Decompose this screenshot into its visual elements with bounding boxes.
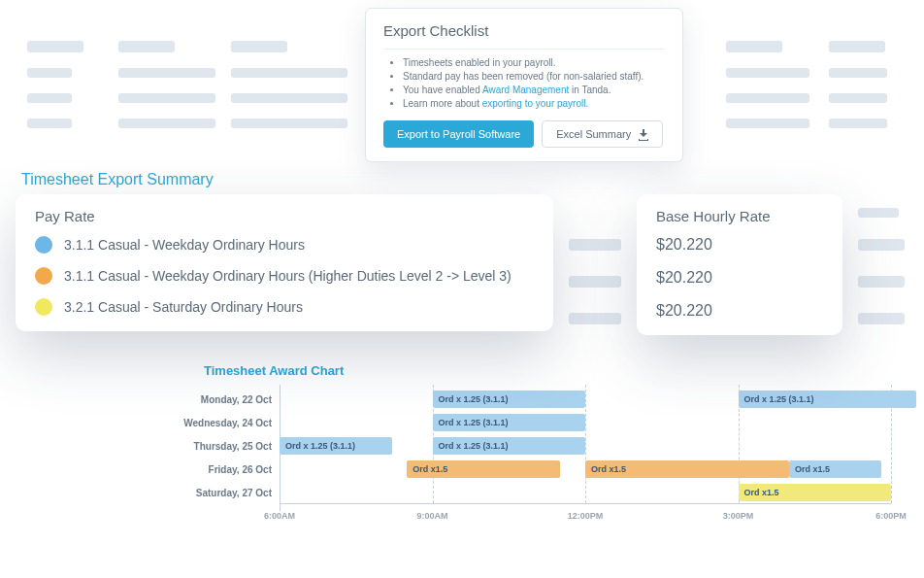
export-help-link[interactable]: exporting to your payroll. xyxy=(482,98,589,109)
skeleton xyxy=(231,68,347,78)
skeleton xyxy=(726,68,809,78)
x-tick-label: 6:00AM xyxy=(264,511,295,521)
award-management-link[interactable]: Award Management xyxy=(482,85,569,95)
x-tick-label: 9:00AM xyxy=(416,511,447,521)
pay-rate-row: 3.1.1 Casual - Weekday Ordinary Hours xyxy=(35,236,534,254)
skeleton xyxy=(858,313,905,324)
skeleton xyxy=(118,93,215,103)
skeleton xyxy=(829,119,887,128)
gantt-bar[interactable]: Ord x 1.25 (3.1.1) xyxy=(433,414,586,431)
skeleton xyxy=(726,41,782,52)
gantt-plot-area: 6:00AM9:00AM12:00PM3:00PM6:00PMOrd x 1.2… xyxy=(280,385,891,521)
gantt-row-label: Wednesday, 24 Oct xyxy=(126,418,272,428)
download-icon xyxy=(639,129,648,139)
skeleton xyxy=(27,93,72,103)
gridline xyxy=(585,385,586,503)
skeleton xyxy=(726,93,809,103)
gantt-bar[interactable]: Ord x 1.25 (3.1.1) xyxy=(433,437,586,455)
x-tick-label: 6:00PM xyxy=(875,511,907,521)
skeleton xyxy=(829,41,885,52)
color-dot-yellow xyxy=(35,298,52,316)
pay-rate-label: 3.1.1 Casual - Weekday Ordinary Hours xyxy=(64,237,305,253)
skeleton xyxy=(569,313,621,324)
skeleton xyxy=(569,239,621,251)
skeleton xyxy=(27,41,83,52)
skeleton xyxy=(858,276,905,288)
checklist-item: Timesheets enabled in your payroll. xyxy=(403,57,665,68)
gantt-bar[interactable]: Ord x 1.25 (3.1.1) xyxy=(739,391,917,408)
skeleton xyxy=(118,68,215,78)
base-rate-value: $20.220 xyxy=(656,269,823,287)
gantt-row-label: Saturday, 27 Oct xyxy=(126,488,272,498)
gantt-bar[interactable]: Ord x 1.25 (3.1.1) xyxy=(433,391,586,408)
gantt-bar[interactable]: Ord x1.5 xyxy=(789,460,881,478)
gantt-bar[interactable]: Ord x1.5 xyxy=(407,460,560,478)
timesheet-export-summary-title: Timesheet Export Summary xyxy=(21,171,214,188)
x-tick-label: 3:00PM xyxy=(723,511,754,521)
color-dot-blue xyxy=(35,236,52,254)
divider xyxy=(383,49,665,50)
pay-rate-label: 3.1.1 Casual - Weekday Ordinary Hours (H… xyxy=(64,268,512,284)
pay-rate-row: 3.1.1 Casual - Weekday Ordinary Hours (H… xyxy=(35,267,534,285)
base-rate-header: Base Hourly Rate xyxy=(656,208,823,224)
pay-rate-card: Pay Rate 3.1.1 Casual - Weekday Ordinary… xyxy=(16,194,553,331)
timesheet-award-chart: Monday, 22 Oct Wednesday, 24 Oct Thursda… xyxy=(126,385,903,550)
gantt-bar[interactable]: Ord x1.5 xyxy=(739,484,892,501)
skeleton xyxy=(858,239,905,251)
checklist-item: Standard pay has been removed (for non-s… xyxy=(403,71,665,82)
base-rate-value: $20.220 xyxy=(656,236,823,254)
base-rate-value: $20.220 xyxy=(656,302,823,320)
base-rate-card: Base Hourly Rate $20.220 $20.220 $20.220 xyxy=(637,194,842,335)
timesheet-award-chart-title: Timesheet Award Chart xyxy=(204,363,344,378)
gantt-row-label: Thursday, 25 Oct xyxy=(126,441,272,452)
skeleton xyxy=(231,93,347,103)
gantt-bar[interactable]: Ord x 1.25 (3.1.1) xyxy=(280,437,392,455)
skeleton xyxy=(231,119,347,128)
checklist-items: Timesheets enabled in your payroll. Stan… xyxy=(383,57,665,109)
checklist-item: Learn more about exporting to your payro… xyxy=(403,98,665,109)
excel-summary-button[interactable]: Excel Summary xyxy=(542,120,663,148)
pay-rate-label: 3.2.1 Casual - Saturday Ordinary Hours xyxy=(64,299,303,315)
checklist-item: You have enabled Award Management in Tan… xyxy=(403,85,665,95)
skeleton xyxy=(27,119,72,128)
skeleton xyxy=(569,276,621,288)
skeleton xyxy=(118,119,215,128)
skeleton xyxy=(829,68,887,78)
skeleton xyxy=(829,93,887,103)
export-checklist-card: Export Checklist Timesheets enabled in y… xyxy=(365,8,683,162)
skeleton xyxy=(27,68,72,78)
export-checklist-title: Export Checklist xyxy=(383,22,665,39)
pay-rate-header: Pay Rate xyxy=(35,208,534,224)
gantt-row-label: Friday, 26 Oct xyxy=(126,464,272,475)
export-to-payroll-button[interactable]: Export to Payroll Software xyxy=(383,120,534,148)
gantt-bar[interactable]: Ord x1.5 xyxy=(585,460,789,478)
skeleton xyxy=(118,41,175,52)
excel-summary-label: Excel Summary xyxy=(556,128,631,140)
pay-rate-row: 3.2.1 Casual - Saturday Ordinary Hours xyxy=(35,298,534,316)
skeleton xyxy=(726,119,809,128)
x-tick-label: 12:00PM xyxy=(568,511,604,521)
skeleton xyxy=(231,41,287,52)
skeleton xyxy=(858,208,899,218)
gantt-row-label: Monday, 22 Oct xyxy=(126,394,272,405)
color-dot-orange xyxy=(35,267,52,285)
